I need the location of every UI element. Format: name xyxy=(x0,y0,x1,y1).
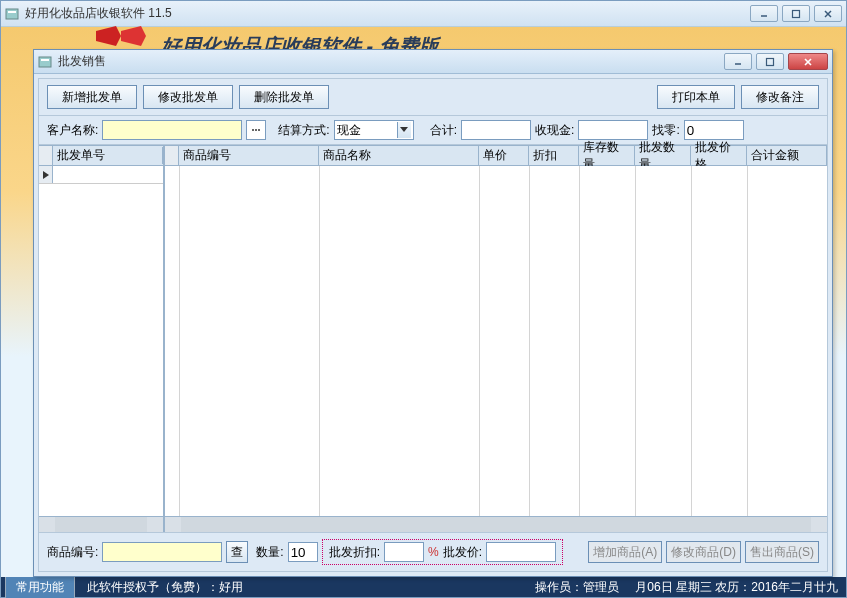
change-input[interactable] xyxy=(684,120,744,140)
new-wholesale-button[interactable]: 新增批发单 xyxy=(47,85,137,109)
svg-rect-1 xyxy=(8,11,16,13)
qty-label: 数量: xyxy=(256,544,283,561)
svg-point-14 xyxy=(258,129,260,131)
ribbon-decoration xyxy=(91,21,151,51)
current-row-marker xyxy=(39,166,53,183)
qty-input[interactable] xyxy=(288,542,318,562)
change-label: 找零: xyxy=(652,122,679,139)
discount-group: 批发折扣: % 批发价: xyxy=(322,539,563,565)
dialog-close-button[interactable] xyxy=(788,53,828,70)
main-background: 好用化妆品店收银软件 - 免费版 批发销售 新增批发单 修改批 xyxy=(1,27,846,577)
modify-product-button[interactable]: 修改商品(D) xyxy=(666,541,741,563)
customer-input[interactable] xyxy=(102,120,242,140)
wholesale-price-label: 批发价: xyxy=(443,544,482,561)
order-no-column[interactable]: 批发单号 xyxy=(53,147,163,164)
main-title: 好用化妆品店收银软件 11.5 xyxy=(25,5,750,22)
row-marker-header xyxy=(39,146,53,165)
svg-rect-3 xyxy=(793,10,800,17)
main-window: 好用化妆品店收银软件 11.5 好用化妆品店收银软件 - 免费版 批发销售 xyxy=(0,0,847,598)
add-product-button[interactable]: 增加商品(A) xyxy=(588,541,662,563)
main-maximize-button[interactable] xyxy=(782,5,810,22)
status-date: 月06日 星期三 农历：2016年二月廿九 xyxy=(631,579,842,596)
pct-label: % xyxy=(428,545,439,559)
items-panel: 商品编号 商品名称 单价 折扣 库存数量 批发数量 批发价格 合计金额 xyxy=(165,146,827,532)
total-label: 合计: xyxy=(430,122,457,139)
chevron-down-icon xyxy=(397,122,411,138)
svg-point-13 xyxy=(255,129,257,131)
col-stock-qty[interactable]: 库存数量 xyxy=(579,146,635,165)
content-area: 批发单号 xyxy=(39,145,827,532)
bottom-bar: 商品编号: 查 数量: 批发折扣: % 批发价: 增加商品(A) 修改商品(D) xyxy=(39,532,827,571)
col-wholesale-price[interactable]: 批发价格 xyxy=(691,146,747,165)
items-hscrollbar[interactable] xyxy=(165,516,827,532)
dialog-maximize-button[interactable] xyxy=(756,53,784,70)
orders-panel: 批发单号 xyxy=(39,146,165,532)
svg-rect-6 xyxy=(39,57,51,67)
wholesale-dialog: 批发销售 新增批发单 修改批发单 删除批发单 打印本单 修改备注 xyxy=(33,49,833,577)
main-minimize-button[interactable] xyxy=(750,5,778,22)
status-tab[interactable]: 常用功能 xyxy=(5,576,75,599)
svg-rect-0 xyxy=(6,9,18,19)
orders-hscrollbar[interactable] xyxy=(39,516,163,532)
items-grid[interactable] xyxy=(165,166,827,516)
main-close-button[interactable] xyxy=(814,5,842,22)
items-header: 商品编号 商品名称 单价 折扣 库存数量 批发数量 批发价格 合计金额 xyxy=(165,146,827,166)
customer-label: 客户名称: xyxy=(47,122,98,139)
cash-input[interactable] xyxy=(578,120,648,140)
settle-value: 现金 xyxy=(337,122,393,139)
settle-select[interactable]: 现金 xyxy=(334,120,414,140)
sell-product-button[interactable]: 售出商品(S) xyxy=(745,541,819,563)
svg-rect-9 xyxy=(767,58,774,65)
app-icon xyxy=(5,7,19,21)
delete-wholesale-button[interactable]: 删除批发单 xyxy=(239,85,329,109)
col-discount[interactable]: 折扣 xyxy=(529,146,579,165)
svg-point-12 xyxy=(252,129,254,131)
col-product-name[interactable]: 商品名称 xyxy=(319,146,479,165)
svg-rect-7 xyxy=(41,59,49,61)
edit-wholesale-button[interactable]: 修改批发单 xyxy=(143,85,233,109)
orders-grid[interactable] xyxy=(39,166,163,516)
search-product-button[interactable]: 查 xyxy=(226,541,248,563)
dialog-title: 批发销售 xyxy=(58,53,724,70)
print-button[interactable]: 打印本单 xyxy=(657,85,735,109)
discount-label: 批发折扣: xyxy=(329,544,380,561)
status-license: 此软件授权予（免费）：好用 xyxy=(83,579,247,596)
col-wholesale-qty[interactable]: 批发数量 xyxy=(635,146,691,165)
dialog-icon xyxy=(38,55,52,69)
discount-input[interactable] xyxy=(384,542,424,562)
col-price[interactable]: 单价 xyxy=(479,146,529,165)
status-bar: 常用功能 此软件授权予（免费）：好用 操作员：管理员 月06日 星期三 农历：2… xyxy=(1,577,846,597)
product-code-input[interactable] xyxy=(102,542,222,562)
col-product-code[interactable]: 商品编号 xyxy=(179,146,319,165)
customer-picker-button[interactable] xyxy=(246,120,266,140)
status-operator: 操作员：管理员 xyxy=(531,579,623,596)
col-total[interactable]: 合计金额 xyxy=(747,146,827,165)
orders-header: 批发单号 xyxy=(39,146,163,166)
product-code-label: 商品编号: xyxy=(47,544,98,561)
wholesale-price-input[interactable] xyxy=(486,542,556,562)
edit-note-button[interactable]: 修改备注 xyxy=(741,85,819,109)
row-marker-header xyxy=(165,146,179,165)
settle-label: 结算方式: xyxy=(278,122,329,139)
dialog-body: 新增批发单 修改批发单 删除批发单 打印本单 修改备注 客户名称: 结算方式: xyxy=(38,78,828,572)
table-row[interactable] xyxy=(39,166,163,184)
dialog-minimize-button[interactable] xyxy=(724,53,752,70)
dialog-titlebar: 批发销售 xyxy=(34,50,832,74)
toolbar: 新增批发单 修改批发单 删除批发单 打印本单 修改备注 xyxy=(39,79,827,116)
total-input[interactable] xyxy=(461,120,531,140)
cash-label: 收现金: xyxy=(535,122,574,139)
